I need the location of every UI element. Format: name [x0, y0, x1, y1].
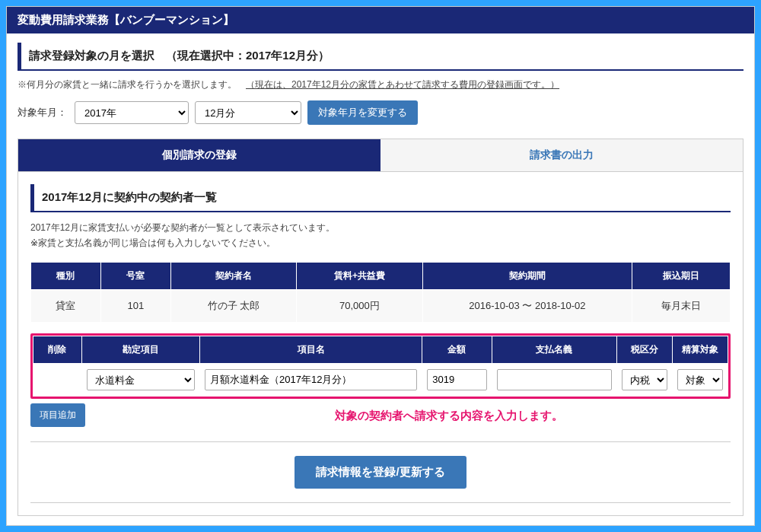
- year-select[interactable]: 2017年: [75, 101, 189, 124]
- cell-due: 毎月末日: [632, 289, 731, 322]
- note-prefix: ※何月分の家賃と一緒に請求を行うかを選択します。: [18, 79, 246, 90]
- th-item: 項目名: [200, 336, 422, 363]
- line-item-row: 水道料金 内税 対象外: [33, 363, 728, 396]
- th-delete: 削除: [33, 336, 82, 363]
- contractors-note-line1: 2017年12月に家賃支払いが必要な契約者が一覧として表示されています。: [30, 222, 335, 233]
- section-contractors-header: 2017年12月に契約中の契約者一覧: [30, 184, 731, 212]
- cell-type: 貸室: [31, 289, 101, 322]
- note-underlined: （現在は、2017年12月分の家賃とあわせて請求する費用の登録画面です。）: [246, 79, 559, 90]
- cell-period: 2016-10-03 〜 2018-10-02: [422, 289, 632, 322]
- contractors-table: 種別 号室 契約者名 賃料+共益費 契約期間 振込期日 貸室 101 竹の子 太…: [30, 262, 731, 323]
- month-select[interactable]: 12月分: [195, 101, 301, 124]
- section-select-month-header: 請求登録対象の月を選択 （現在選択中：2017年12月分）: [18, 43, 743, 71]
- account-select[interactable]: 水道料金: [87, 369, 195, 390]
- th-payer: 支払名義: [492, 336, 616, 363]
- contractors-note: 2017年12月に家賃支払いが必要な契約者が一覧として表示されています。 ※家賃…: [30, 220, 731, 251]
- callout-text: 対象の契約者へ請求する内容を入力します。: [167, 409, 731, 423]
- submit-row: 請求情報を登録/更新する: [30, 441, 731, 503]
- cell-name: 竹の子 太郎: [170, 289, 296, 322]
- submit-button[interactable]: 請求情報を登録/更新する: [295, 456, 466, 489]
- amount-input[interactable]: [427, 369, 486, 390]
- tab-individual-billing[interactable]: 個別請求の登録: [18, 139, 380, 171]
- th-rent: 賃料+共益費: [297, 262, 422, 289]
- th-account: 勘定項目: [81, 336, 199, 363]
- cell-delete: [33, 363, 82, 396]
- target-month-controls: 対象年月： 2017年 12月分 対象年月を変更する: [18, 100, 743, 125]
- tab-invoice-output[interactable]: 請求書の出力: [380, 139, 743, 171]
- tabs: 個別請求の登録 請求書の出力: [18, 139, 743, 171]
- select-month-note: ※何月分の家賃と一緒に請求を行うかを選択します。 （現在は、2017年12月分の…: [18, 78, 743, 91]
- line-items-highlight: 削除 勘定項目 項目名 金額 支払名義 税区分 精算対象 水道料金: [30, 333, 731, 399]
- add-item-button[interactable]: 項目追加: [30, 403, 85, 427]
- page: 変動費用請求業務【バンブーマンション】 請求登録対象の月を選択 （現在選択中：2…: [6, 6, 755, 526]
- contractors-note-line2: ※家賃と支払名義が同じ場合は何も入力しないでください。: [30, 237, 275, 248]
- table-row: 貸室 101 竹の子 太郎 70,000円 2016-10-03 〜 2018-…: [31, 289, 731, 322]
- th-tax: 税区分: [616, 336, 672, 363]
- settle-select[interactable]: 対象外: [677, 369, 723, 390]
- th-room: 号室: [100, 262, 170, 289]
- change-target-button[interactable]: 対象年月を変更する: [307, 100, 418, 125]
- item-name-input[interactable]: [205, 369, 417, 390]
- th-type: 種別: [31, 262, 101, 289]
- line-items-table: 削除 勘定項目 項目名 金額 支払名義 税区分 精算対象 水道料金: [33, 336, 728, 397]
- cell-rent: 70,000円: [297, 289, 422, 322]
- tab-panel: 2017年12月に契約中の契約者一覧 2017年12月に家賃支払いが必要な契約者…: [18, 171, 743, 516]
- cell-room: 101: [100, 289, 170, 322]
- th-settle: 精算対象: [672, 336, 728, 363]
- target-month-label: 対象年月：: [18, 106, 67, 119]
- th-due: 振込期日: [632, 262, 731, 289]
- payer-input[interactable]: [497, 369, 612, 390]
- th-amount: 金額: [422, 336, 492, 363]
- tax-select[interactable]: 内税: [622, 369, 667, 390]
- th-period: 契約期間: [422, 262, 632, 289]
- page-title: 変動費用請求業務【バンブーマンション】: [7, 7, 754, 33]
- th-name: 契約者名: [170, 262, 296, 289]
